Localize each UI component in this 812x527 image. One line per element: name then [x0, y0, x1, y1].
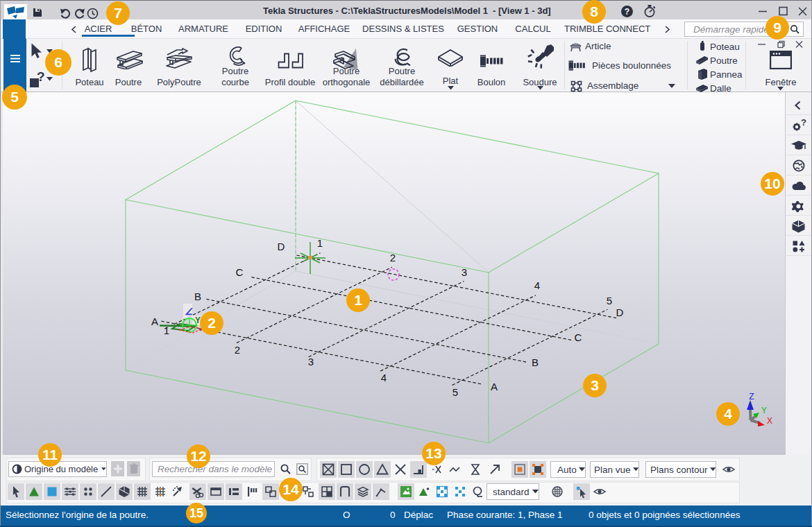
svg-text:2: 2: [390, 252, 396, 264]
svg-text:D: D: [616, 306, 624, 318]
svg-text:D: D: [278, 241, 285, 252]
svg-text:∠: ∠: [185, 306, 193, 317]
svg-text:5: 5: [607, 295, 612, 306]
svg-text:Y: Y: [761, 406, 767, 415]
svg-text:3: 3: [462, 266, 467, 278]
svg-text:A: A: [151, 316, 158, 327]
svg-text:X: X: [767, 416, 772, 426]
svg-text:4: 4: [534, 279, 540, 291]
svg-text:2: 2: [235, 344, 240, 356]
svg-text:1: 1: [317, 237, 323, 249]
svg-text:C: C: [575, 331, 582, 343]
svg-text:A: A: [491, 381, 498, 392]
svg-text:B: B: [194, 291, 201, 302]
svg-text:B: B: [532, 356, 539, 368]
svg-text:5: 5: [452, 386, 458, 398]
svg-text:C: C: [236, 266, 244, 278]
svg-text:Z: Z: [749, 392, 754, 401]
svg-text:3: 3: [308, 356, 314, 368]
svg-text:4: 4: [381, 372, 387, 383]
svg-text:?: ?: [625, 7, 629, 17]
svg-text:?: ?: [801, 119, 806, 128]
